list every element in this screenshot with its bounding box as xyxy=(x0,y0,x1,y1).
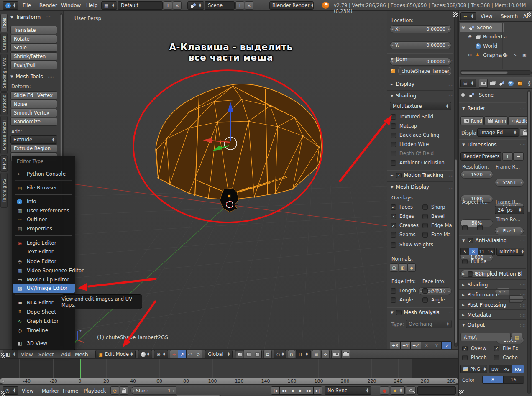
scale-button[interactable]: Scale xyxy=(10,43,57,52)
panel-header-render[interactable]: ▼Render xyxy=(462,105,485,111)
orientation-select[interactable]: Global xyxy=(205,350,233,358)
scrollbar-thumb[interactable] xyxy=(455,159,457,343)
frame-start-field[interactable]: Star:1 xyxy=(495,179,524,187)
tab-scene[interactable] xyxy=(497,79,506,88)
randomize-button[interactable]: Randomize xyxy=(10,118,57,126)
resolution-x-field[interactable]: 1920 xyxy=(460,171,493,179)
scene-selector-icon-button[interactable] xyxy=(187,1,204,10)
render-still-button[interactable]: Rend xyxy=(460,116,484,125)
creases-checkbox[interactable]: Creases xyxy=(391,222,419,228)
screen-layout-name[interactable]: Default xyxy=(118,1,163,10)
bevel-checkbox[interactable]: Bevel xyxy=(422,213,445,219)
item-name-field[interactable]: chuteShape_lamber... xyxy=(398,67,451,75)
full-sample-checkbox[interactable]: Full Sa xyxy=(462,258,487,264)
outliner-label-graphs[interactable]: Graphs/C xyxy=(483,52,506,58)
pin-icon[interactable] xyxy=(461,93,465,97)
faces-checkbox[interactable]: Faces xyxy=(391,204,413,210)
menu-item-graph-editor[interactable]: ∿Graph Editor xyxy=(13,317,75,326)
hidden-wire-checkbox[interactable]: Hidden Wire xyxy=(391,141,429,147)
keying-set-select[interactable]: ◆ xyxy=(391,386,405,395)
add-preset-button[interactable]: + xyxy=(502,152,513,161)
menu-item-outliner[interactable]: ☷Outliner xyxy=(13,215,75,224)
opengl-animation-button[interactable] xyxy=(341,350,350,358)
snap-element-select[interactable]: H xyxy=(296,350,311,358)
close-layout-button[interactable]: ✕ xyxy=(173,1,182,10)
frame-step-field[interactable]: Fra: 1 xyxy=(495,227,524,235)
extrude-select[interactable]: Extrude xyxy=(10,135,57,144)
bw-button[interactable]: BW xyxy=(489,365,501,373)
panel-header-anti-aliasing[interactable]: ▼Anti-Aliasing xyxy=(462,238,507,243)
vertex-select-button[interactable] xyxy=(235,350,244,358)
noise-button[interactable]: Noise xyxy=(10,100,57,108)
axis-plus-y-button[interactable]: +Y xyxy=(401,342,411,349)
panel-header-mesh-tools[interactable]: ▼Mesh Tools:::: xyxy=(10,74,54,79)
renderability-camera-icon[interactable]: ▣ xyxy=(522,53,526,57)
edge-length-checkbox[interactable]: Length xyxy=(391,288,416,294)
matcap-checkbox[interactable]: Matcap xyxy=(391,123,417,129)
scrollbar-thumb[interactable] xyxy=(461,71,508,74)
next-keyframe-button[interactable]: ▶▶ xyxy=(305,387,314,394)
menu-item-properties[interactable]: ▤Properties xyxy=(13,224,75,233)
shrink-fatten-button[interactable]: Shrink/Fatten xyxy=(10,52,57,61)
area-corner[interactable] xyxy=(453,12,458,17)
tab-constraints[interactable]: § xyxy=(525,79,532,88)
location-y-field[interactable]: Y:0.00000 xyxy=(390,41,451,49)
depth-of-field-checkbox[interactable]: Depth Of Field xyxy=(391,151,434,156)
menu-item-info[interactable]: iInfo xyxy=(13,197,75,206)
panel-header-performance[interactable]: ►Performance xyxy=(462,292,499,298)
manipulator-axis-button[interactable]: ✛ xyxy=(170,350,178,358)
panel-header-post-processing[interactable]: ►Post Processing xyxy=(462,302,506,308)
area-corner[interactable] xyxy=(1,391,5,396)
npanel-scrollbar[interactable] xyxy=(454,13,458,347)
pivot-select[interactable]: ◉ xyxy=(154,350,168,358)
file-format-select[interactable]: PNG xyxy=(460,365,487,373)
face-area-checkbox[interactable]: Area xyxy=(422,288,442,294)
editor-type-button-properties[interactable]: ▤ xyxy=(460,79,476,87)
cache-result-checkbox[interactable]: Cache xyxy=(494,355,518,360)
overwrite-checkbox[interactable]: Overw xyxy=(462,345,486,351)
menu-file[interactable]: File xyxy=(23,1,31,10)
current-frame-line[interactable] xyxy=(80,359,81,378)
rotate-button[interactable]: Rotate xyxy=(10,35,57,43)
area-corner[interactable] xyxy=(1,353,5,358)
menu-item-python-console[interactable]: >_Python Console xyxy=(13,169,75,179)
panel-header-sampled-motion-blur[interactable]: ►Sampled Motion Bl xyxy=(462,271,522,277)
scrollbar-thumb[interactable] xyxy=(528,91,530,212)
menu-select[interactable]: Select xyxy=(38,350,54,359)
loose-normals-toggle[interactable]: ◧ xyxy=(399,263,407,272)
edge-select-button[interactable] xyxy=(244,350,253,358)
opengl-render-button[interactable] xyxy=(331,350,340,358)
vertex-slide-button[interactable]: Vertex xyxy=(34,91,57,100)
add-scene-button[interactable]: + xyxy=(235,1,244,10)
outliner-h-scrollbar[interactable] xyxy=(460,70,532,75)
analysis-type-select[interactable]: Overhang xyxy=(406,320,452,328)
timeline-ruler-scrollbar[interactable]: -40 -20 0 20 40 60 80 100 120 140 160 18… xyxy=(0,378,458,384)
render-presets-select[interactable]: Render Presets xyxy=(460,152,501,161)
tab-torchlight[interactable]: Torchlight2 xyxy=(0,173,8,208)
menu-mesh[interactable]: Mesh xyxy=(75,350,88,359)
face-select-button[interactable] xyxy=(253,350,261,358)
menu-view[interactable]: View xyxy=(21,350,33,359)
sync-mode-select[interactable]: No Sync xyxy=(325,386,371,395)
jump-to-end-button[interactable]: ▶| xyxy=(314,387,322,394)
edges-checkbox[interactable]: Edges xyxy=(391,213,414,219)
tab-create[interactable]: Create xyxy=(0,33,8,53)
menu-item-3d-view[interactable]: ◧3D View xyxy=(13,339,75,348)
scene-name[interactable]: Scene xyxy=(205,1,235,10)
panel-header-mesh-analysis[interactable]: ▼Mesh Analysis xyxy=(391,309,439,315)
textured-solid-checkbox[interactable]: Textured Solid xyxy=(391,114,433,120)
menu-frame[interactable]: Frame xyxy=(63,387,78,395)
insert-keyframe-button[interactable] xyxy=(406,386,416,395)
aa-samples-5-button[interactable]: 5 xyxy=(461,248,469,255)
output-path-field[interactable]: /tmp\ xyxy=(460,333,511,341)
expander-icon[interactable]: ⊖ xyxy=(461,25,465,30)
menu-view-timeline[interactable]: View xyxy=(22,387,33,395)
axis-plus-z-button[interactable]: +Z xyxy=(411,342,421,349)
placeholders-checkbox[interactable]: Placeh xyxy=(462,355,487,360)
menu-add[interactable]: Add xyxy=(61,350,71,359)
aa-samples-8-button[interactable]: 8 xyxy=(469,248,478,255)
extrude-region-button[interactable]: Extrude Region xyxy=(10,144,57,153)
manipulator-scale-button[interactable]: ◇ xyxy=(194,350,202,358)
panel-header-mesh-display[interactable]: ▼Mesh Display xyxy=(391,184,429,190)
shading-mode-select[interactable]: Multitexture xyxy=(390,102,451,110)
